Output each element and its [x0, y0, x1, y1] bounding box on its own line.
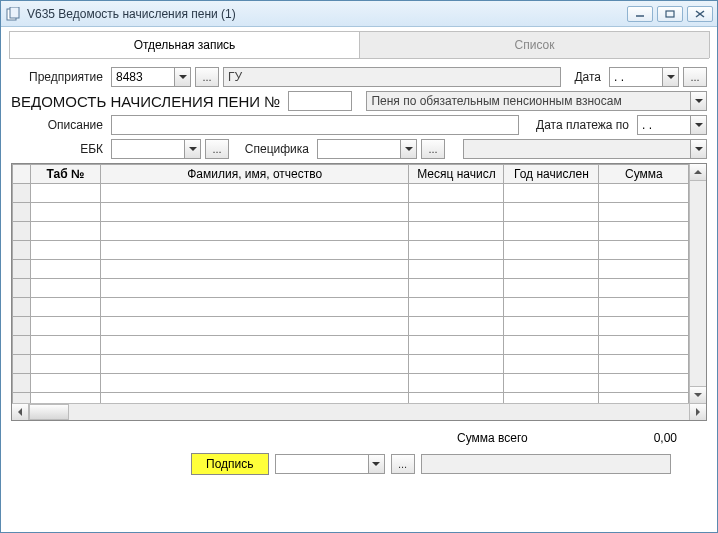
- description-input[interactable]: [111, 115, 519, 135]
- table-row[interactable]: [13, 241, 689, 260]
- cell-year[interactable]: [504, 355, 599, 374]
- cell-sum[interactable]: [599, 393, 689, 404]
- cell-month[interactable]: [409, 393, 504, 404]
- sign-lookup-button[interactable]: ...: [391, 454, 415, 474]
- specifika-lookup-button[interactable]: ...: [421, 139, 445, 159]
- cell-sum[interactable]: [599, 279, 689, 298]
- cell-fio[interactable]: [101, 260, 409, 279]
- specifika-combo[interactable]: [317, 139, 417, 159]
- table-row[interactable]: [13, 203, 689, 222]
- scroll-left-icon[interactable]: [12, 404, 29, 420]
- row-selector-cell[interactable]: [13, 260, 31, 279]
- cell-fio[interactable]: [101, 203, 409, 222]
- cell-fio[interactable]: [101, 374, 409, 393]
- extra-combo[interactable]: [463, 139, 707, 159]
- row-selector-cell[interactable]: [13, 374, 31, 393]
- scroll-track[interactable]: [29, 404, 689, 420]
- cell-month[interactable]: [409, 279, 504, 298]
- cell-fio[interactable]: [101, 222, 409, 241]
- tab-list[interactable]: Список: [359, 31, 710, 58]
- cell-year[interactable]: [504, 317, 599, 336]
- table-row[interactable]: [13, 355, 689, 374]
- sign-button[interactable]: Подпись: [191, 453, 269, 475]
- scroll-right-icon[interactable]: [689, 404, 706, 420]
- cell-tab-no[interactable]: [31, 222, 101, 241]
- cell-month[interactable]: [409, 184, 504, 203]
- cell-sum[interactable]: [599, 241, 689, 260]
- doc-number-input[interactable]: [288, 91, 352, 111]
- row-selector-cell[interactable]: [13, 355, 31, 374]
- cell-year[interactable]: [504, 203, 599, 222]
- row-selector-cell[interactable]: [13, 222, 31, 241]
- penalty-type-combo[interactable]: Пеня по обязательным пенсионным взносам: [366, 91, 707, 111]
- cell-month[interactable]: [409, 260, 504, 279]
- cell-fio[interactable]: [101, 184, 409, 203]
- col-fio[interactable]: Фамилия, имя, отчество: [101, 165, 409, 184]
- col-tab-no[interactable]: Таб №: [31, 165, 101, 184]
- cell-fio[interactable]: [101, 336, 409, 355]
- enterprise-code-combo[interactable]: 8483: [111, 67, 191, 87]
- row-selector-cell[interactable]: [13, 393, 31, 404]
- ebk-lookup-button[interactable]: ...: [205, 139, 229, 159]
- horizontal-scrollbar[interactable]: [12, 403, 706, 420]
- dropdown-icon[interactable]: [174, 68, 190, 86]
- close-button[interactable]: [687, 6, 713, 22]
- row-selector-cell[interactable]: [13, 184, 31, 203]
- date-combo[interactable]: . .: [609, 67, 679, 87]
- cell-sum[interactable]: [599, 203, 689, 222]
- cell-month[interactable]: [409, 298, 504, 317]
- scroll-track[interactable]: [690, 181, 706, 386]
- cell-tab-no[interactable]: [31, 317, 101, 336]
- table-row[interactable]: [13, 374, 689, 393]
- col-year[interactable]: Год начислен: [504, 165, 599, 184]
- table-row[interactable]: [13, 222, 689, 241]
- cell-year[interactable]: [504, 336, 599, 355]
- cell-tab-no[interactable]: [31, 260, 101, 279]
- minimize-button[interactable]: [627, 6, 653, 22]
- cell-year[interactable]: [504, 374, 599, 393]
- payment-date-combo[interactable]: . .: [637, 115, 707, 135]
- cell-tab-no[interactable]: [31, 279, 101, 298]
- cell-tab-no[interactable]: [31, 184, 101, 203]
- cell-fio[interactable]: [101, 279, 409, 298]
- dropdown-icon[interactable]: [690, 92, 706, 110]
- cell-month[interactable]: [409, 336, 504, 355]
- maximize-button[interactable]: [657, 6, 683, 22]
- row-selector-cell[interactable]: [13, 279, 31, 298]
- cell-month[interactable]: [409, 241, 504, 260]
- row-selector-cell[interactable]: [13, 317, 31, 336]
- cell-sum[interactable]: [599, 355, 689, 374]
- row-selector-cell[interactable]: [13, 241, 31, 260]
- dropdown-icon[interactable]: [690, 140, 706, 158]
- col-sum[interactable]: Сумма: [599, 165, 689, 184]
- cell-month[interactable]: [409, 374, 504, 393]
- row-selector-cell[interactable]: [13, 336, 31, 355]
- cell-month[interactable]: [409, 203, 504, 222]
- table-row[interactable]: [13, 336, 689, 355]
- cell-sum[interactable]: [599, 222, 689, 241]
- cell-year[interactable]: [504, 260, 599, 279]
- table-row[interactable]: [13, 393, 689, 404]
- sign-combo[interactable]: [275, 454, 385, 474]
- scroll-up-icon[interactable]: [690, 164, 706, 181]
- dropdown-icon[interactable]: [690, 116, 706, 134]
- table-row[interactable]: [13, 260, 689, 279]
- row-selector-cell[interactable]: [13, 298, 31, 317]
- table-row[interactable]: [13, 184, 689, 203]
- table-row[interactable]: [13, 279, 689, 298]
- data-table[interactable]: Таб № Фамилия, имя, отчество Месяц начис…: [12, 164, 689, 403]
- cell-tab-no[interactable]: [31, 355, 101, 374]
- table-row[interactable]: [13, 298, 689, 317]
- row-selector-cell[interactable]: [13, 203, 31, 222]
- cell-tab-no[interactable]: [31, 374, 101, 393]
- dropdown-icon[interactable]: [662, 68, 678, 86]
- cell-sum[interactable]: [599, 317, 689, 336]
- cell-fio[interactable]: [101, 355, 409, 374]
- cell-fio[interactable]: [101, 241, 409, 260]
- cell-month[interactable]: [409, 222, 504, 241]
- dropdown-icon[interactable]: [184, 140, 200, 158]
- col-month[interactable]: Месяц начисл: [409, 165, 504, 184]
- scroll-down-icon[interactable]: [690, 386, 706, 403]
- cell-tab-no[interactable]: [31, 298, 101, 317]
- cell-tab-no[interactable]: [31, 203, 101, 222]
